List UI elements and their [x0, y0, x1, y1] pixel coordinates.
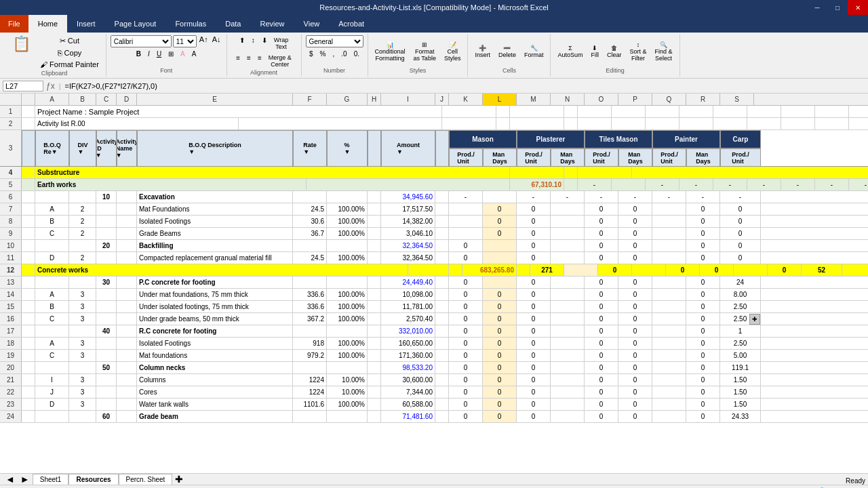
col-header-k[interactable]: K [449, 94, 483, 105]
substructure-label[interactable]: Substructure [35, 167, 510, 178]
align-bottom-button[interactable]: ⬇ [259, 35, 270, 52]
col-header-g[interactable]: G [327, 94, 368, 105]
col-header-a[interactable]: A [35, 94, 69, 105]
comma-button[interactable]: , [330, 49, 338, 59]
boq-re-header[interactable]: B.O.QRe▼ [35, 130, 69, 167]
plasterer-man-days[interactable]: ManDays [551, 148, 585, 167]
ew-k[interactable]: - [578, 179, 612, 190]
underline-button[interactable]: U [154, 49, 164, 59]
currency-button[interactable]: $ [307, 49, 316, 59]
col-header-c[interactable]: C [96, 94, 117, 105]
align-right-button[interactable]: ≡ [255, 53, 264, 69]
concrete-amount[interactable]: 683,265.80 [462, 264, 517, 276]
col-header-q[interactable]: Q [652, 94, 686, 105]
col-header-e[interactable]: E [137, 94, 293, 105]
cell-styles-button[interactable]: 📝CellStyles [441, 40, 464, 63]
tiles-mason-prod-unit[interactable]: Prod./Unit [585, 148, 618, 167]
carp-prod-unit[interactable]: Prod./Unit [720, 148, 761, 167]
actname-header[interactable]: ActivityName▼ [117, 130, 137, 167]
name-box[interactable] [3, 81, 43, 92]
decrease-decimal-button[interactable]: 0. [351, 49, 362, 59]
project-name[interactable]: Project Name : Sample Project [35, 106, 442, 117]
mason-prod-unit[interactable]: Prod./Unit [449, 148, 483, 167]
cursor-indicator[interactable]: ✚ [749, 314, 760, 325]
copy-button[interactable]: ⎘ Copy [37, 47, 102, 58]
activity-list-label[interactable]: Activity list R.00 [35, 118, 239, 129]
align-middle-button[interactable]: ↕ [249, 35, 258, 52]
tiles-mason-header[interactable]: Tiles Mason [585, 130, 652, 148]
col-header-m[interactable]: M [517, 94, 551, 105]
mason-man-days[interactable]: ManDays [483, 148, 517, 167]
plasterer-header[interactable]: Plasterer [517, 130, 585, 148]
merge-center-button[interactable]: Merge &Center [266, 53, 294, 69]
plasterer-prod-unit[interactable]: Prod./Unit [517, 148, 551, 167]
tab-home[interactable]: Home [28, 15, 67, 33]
align-left-button[interactable]: ≡ [233, 53, 243, 69]
format-painter-button[interactable]: 🖌 Format Painter [37, 59, 102, 70]
concrete-works-label[interactable]: Concrete works [35, 264, 408, 276]
autosum-button[interactable]: ΣAutoSum [555, 43, 585, 60]
fill-button[interactable]: ⬇Fill [588, 43, 601, 60]
conditional-formatting-button[interactable]: 📊ConditionalFormatting [372, 40, 408, 63]
tiles-mason-man-days[interactable]: ManDays [618, 148, 652, 167]
find-select-button[interactable]: 🔍Find &Select [652, 40, 675, 63]
tab-insert[interactable]: Insert [67, 15, 105, 33]
grid-container[interactable]: 1 Project Name : Sample Project 2 [0, 106, 868, 473]
tab-file[interactable]: File [0, 15, 28, 33]
increase-font-button[interactable]: A↑ [198, 35, 210, 47]
pct-header[interactable]: %▼ [327, 130, 368, 167]
font-family-select[interactable]: Calibri [111, 35, 172, 47]
sheet-tab-sheet1[interactable]: Sheet1 [33, 474, 69, 485]
sort-filter-button[interactable]: ↕Sort &Filter [627, 40, 650, 63]
actid-header[interactable]: ActivityID▼ [96, 130, 117, 167]
fill-color-button[interactable]: A [178, 49, 188, 59]
percent-button[interactable]: % [317, 49, 329, 59]
format-as-table-button[interactable]: ⊞Formatas Table [411, 40, 439, 63]
col-header-o[interactable]: O [585, 94, 618, 105]
bold-button[interactable]: B [134, 49, 144, 59]
italic-button[interactable]: I [145, 49, 153, 59]
mason-header[interactable]: Mason [449, 130, 517, 148]
painter-prod-unit[interactable]: Prod./Unit [652, 148, 686, 167]
tab-page-layout[interactable]: Page Layout [105, 15, 166, 33]
painter-header[interactable]: Painter [652, 130, 720, 148]
border-button[interactable]: ⊞ [165, 49, 176, 59]
row7-rate[interactable]: 24.5 [293, 203, 327, 215]
decrease-font-button[interactable]: A↓ [211, 35, 222, 47]
number-format-select[interactable]: General [306, 35, 363, 47]
earth-works-amount[interactable]: 67,310.10 [510, 179, 564, 190]
col-header-s[interactable]: S [720, 94, 754, 105]
font-size-select[interactable]: 11 [173, 35, 197, 47]
col-header-l[interactable]: L [483, 94, 517, 105]
col-header-p[interactable]: P [618, 94, 652, 105]
maximize-button[interactable]: □ [827, 0, 848, 15]
format-cells-button[interactable]: 🔧Format [521, 43, 547, 60]
sheet-tab-percn[interactable]: Percn. Sheet [119, 474, 173, 485]
sheet-tab-resources[interactable]: Resources [68, 474, 118, 485]
align-center-button[interactable]: ≡ [244, 53, 254, 69]
tab-formulas[interactable]: Formulas [165, 15, 216, 33]
col-header-n[interactable]: N [551, 94, 585, 105]
carp-header[interactable]: Carp [720, 130, 761, 148]
wrap-text-button[interactable]: WrapText [271, 35, 291, 52]
col-header-j[interactable]: J [435, 94, 449, 105]
row7-amount[interactable]: 17,517.50 [381, 203, 435, 215]
excavation-label[interactable]: Excavation [137, 191, 293, 203]
col-header-r[interactable]: R [686, 94, 720, 105]
minimize-button[interactable]: ─ [807, 0, 827, 15]
rate-header[interactable]: Rate▼ [293, 130, 327, 167]
align-top-button[interactable]: ⬆ [237, 35, 248, 52]
tab-data[interactable]: Data [216, 15, 250, 33]
cut-button[interactable]: ✂ Cut [37, 35, 102, 47]
paste-button[interactable]: 📋 [7, 35, 36, 70]
row7-boq[interactable]: A [35, 203, 69, 215]
increase-decimal-button[interactable]: .0 [338, 49, 349, 59]
col-header-i[interactable]: I [381, 94, 435, 105]
formula-input[interactable] [65, 82, 865, 90]
col-header-h[interactable]: H [368, 94, 381, 105]
tab-nav-left[interactable]: ◄ [3, 474, 18, 485]
amount-header[interactable]: Amount▼ [381, 130, 435, 167]
painter-man-days[interactable]: ManDays [686, 148, 720, 167]
col-header-d[interactable]: D [117, 94, 137, 105]
delete-cells-button[interactable]: ➖Delete [496, 43, 519, 60]
